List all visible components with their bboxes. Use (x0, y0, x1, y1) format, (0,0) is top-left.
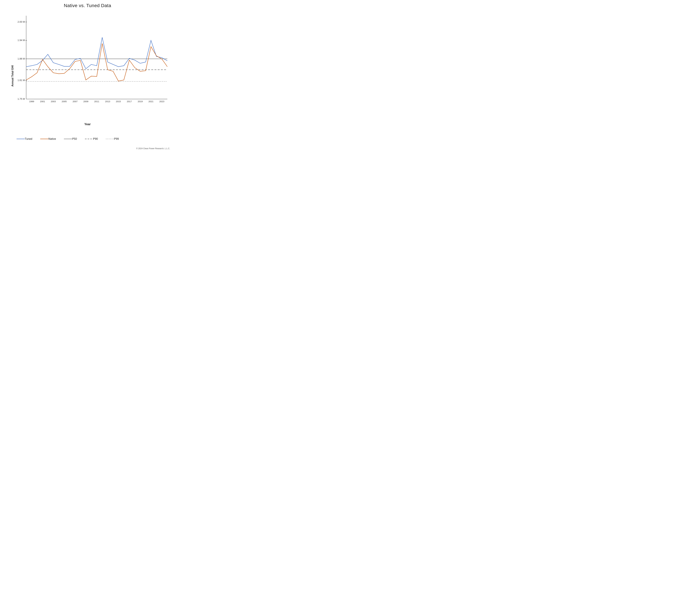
legend-item-p50: P50 (64, 138, 77, 141)
legend-native-label: Native (48, 138, 56, 141)
legend-p50-label: P50 (72, 138, 77, 141)
native-line (26, 43, 167, 81)
legend-p90-icon (85, 138, 93, 140)
legend-item-p90: P90 (85, 138, 98, 141)
main-chart-svg: 2.00 M 1.94 M 1.88 M 1.81 M 1.75 M 1999 … (17, 9, 170, 115)
y-tick-194: 1.94 M (18, 39, 25, 42)
legend-area: Tuned Native P50 P90 P99 (17, 138, 170, 141)
legend-p90-label: P90 (93, 138, 98, 141)
chart-container: Native vs. Tuned Data Annual Total GHI Y… (0, 0, 175, 152)
x-tick-2007: 2007 (73, 100, 78, 103)
legend-p99-label: P99 (114, 138, 119, 141)
x-tick-1999: 1999 (29, 100, 34, 103)
legend-item-native: Native (40, 138, 56, 141)
legend-p50-icon (64, 138, 72, 140)
x-tick-2001: 2001 (40, 100, 45, 103)
x-tick-2009: 2009 (83, 100, 88, 103)
copyright-text: © 2024 Clean Power Research, L.L.C. (136, 147, 170, 150)
x-tick-2011: 2011 (94, 100, 99, 103)
x-axis-label: Year (84, 123, 91, 126)
y-axis-label: Annual Total GHI (11, 65, 14, 86)
x-tick-2015: 2015 (116, 100, 121, 103)
x-tick-2019: 2019 (138, 100, 143, 103)
x-tick-2021: 2021 (148, 100, 154, 103)
legend-item-tuned: Tuned (17, 138, 32, 141)
legend-tuned-label: Tuned (25, 138, 32, 141)
y-tick-175: 1.75 M (18, 98, 25, 100)
legend-item-p99: P99 (106, 138, 119, 141)
tuned-line (26, 37, 167, 69)
y-tick-181: 1.81 M (18, 79, 25, 82)
y-tick-188: 1.88 M (18, 57, 25, 60)
x-tick-2003: 2003 (51, 100, 56, 103)
legend-p99-icon (106, 138, 114, 140)
legend-tuned-icon (17, 138, 25, 140)
chart-title: Native vs. Tuned Data (0, 0, 175, 8)
x-tick-2013: 2013 (105, 100, 110, 103)
x-tick-2017: 2017 (127, 100, 132, 103)
x-tick-2023: 2023 (159, 100, 164, 103)
x-tick-2005: 2005 (62, 100, 67, 103)
y-tick-200: 2.00 M (18, 21, 25, 23)
legend-native-icon (40, 138, 48, 140)
